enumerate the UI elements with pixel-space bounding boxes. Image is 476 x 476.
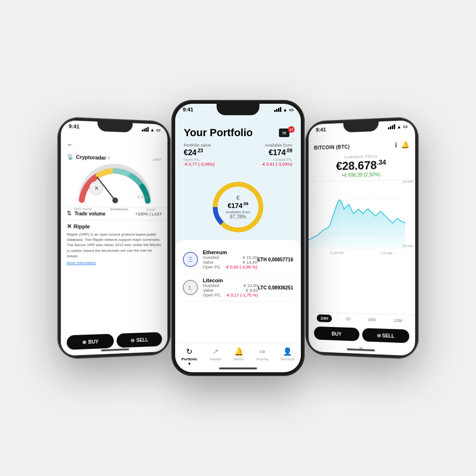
eth-name: Ethereum <box>203 249 257 255</box>
nav-market[interactable]: ↗ Market <box>209 347 221 361</box>
eth-pl-row: Open P/L -€ 0,60 (-3,98 %) <box>203 265 257 269</box>
btc-bell-icon[interactable]: 🔔 <box>401 140 409 149</box>
center-screen-bg: 9:41 ▲ ▭ Your Portfolio 17 <box>175 104 301 372</box>
center-phone: 9:41 ▲ ▭ Your Portfolio 17 <box>171 100 305 376</box>
right-status-icons: ▲ ▭ <box>388 123 407 129</box>
left-buy-label: BUY <box>88 339 98 345</box>
left-wifi-icon: ▲ <box>150 127 155 132</box>
donut-label: Available Euro <box>226 210 250 214</box>
eth-value-row: Value € 14,40 <box>203 260 257 265</box>
svg-text:5.550: 5.550 <box>138 195 148 199</box>
center-time: 9:41 <box>183 107 193 112</box>
right-wifi-icon: ▲ <box>397 124 401 129</box>
good-mood-label: Good <box>146 208 155 212</box>
closed-pl-label: Closed P/L <box>274 158 292 162</box>
market-icon: ↗ <box>212 347 218 356</box>
buy-plus-icon: ⊕ <box>82 339 86 345</box>
right-phone: 9:41 ▲ ▭ BITCOIN (BTC) ℹ 🔔 <box>306 117 419 360</box>
portfolio-value-item: Portfolio value €24.23 Open P/L -€ 0,77 … <box>184 143 215 167</box>
available-euro-main: €174.09 <box>261 148 292 157</box>
center-signal <box>274 107 281 112</box>
center-battery-icon: ▭ <box>289 107 293 112</box>
left-buy-button[interactable]: ⊕ BUY <box>67 334 114 350</box>
ltc-icon: Ł <box>183 280 198 295</box>
center-wifi-icon: ▲ <box>283 107 288 112</box>
chart-x-labels: 11:00 PM 7:20 AM <box>308 251 415 255</box>
chart-y-top: 29.000 <box>403 180 413 184</box>
donut-percentage: 87,78% <box>226 214 250 219</box>
right-header-icons: ℹ 🔔 <box>395 140 409 149</box>
btc-info-icon[interactable]: ℹ <box>395 141 397 149</box>
gauge-labels: Bad mood Sentiment Good <box>72 207 157 212</box>
trade-volume-icon: ⇅ <box>67 210 71 217</box>
eth-amount: ETH 0,00857716 <box>257 257 293 262</box>
left-time: 9:41 <box>69 123 79 129</box>
ltc-value-row: Value € 9,83 <box>203 288 258 293</box>
left-screen-content: 9:41 ▲ ▭ ← 📡 <box>61 120 168 356</box>
current-price-section: CURRENT PRICE €28.678.34 +€ 698,39 (2,50… <box>308 151 415 182</box>
donut-center-text: € €174.09 Available Euro 87,78% <box>226 195 250 219</box>
left-phone-notch <box>98 121 133 132</box>
eth-invested-row: Invested € 15,00 <box>203 255 257 260</box>
open-pl-label: Open P/L <box>184 158 200 162</box>
cryptoradar-last: LAST <box>153 157 162 161</box>
more-info-link[interactable]: More Information <box>67 260 162 265</box>
notification-badge[interactable]: 17 <box>279 129 292 139</box>
donut-value: €174.09 <box>226 202 250 210</box>
cryptoradar-info-icon[interactable]: ℹ <box>108 156 109 160</box>
closed-pl-value: Closed P/L -€ 0,91 (-3,03%) <box>261 157 292 167</box>
chart-x-right: 7:20 AM <box>380 251 393 255</box>
right-sell-button[interactable]: ⊖ SELL <box>362 328 409 343</box>
right-sell-minus-icon: ⊖ <box>377 333 381 338</box>
center-phone-screen: 9:41 ▲ ▭ Your Portfolio 17 <box>175 104 301 372</box>
eth-ticker: ETH 0,00857716 <box>257 257 293 262</box>
svg-text:✕: ✕ <box>94 185 99 191</box>
btc-title: BITCOIN (BTC) <box>314 144 350 150</box>
ltc-name: Litecoin <box>203 278 258 283</box>
tab-12m[interactable]: 12M <box>390 317 406 325</box>
open-pl-value: Open P/L -€ 0,77 (-3,08%) <box>184 157 215 167</box>
ripple-xrp-icon: ✕ <box>67 223 71 229</box>
portfolio-icon: ↻ <box>186 347 192 356</box>
nav-activity[interactable]: ⇒ Activity <box>256 347 268 361</box>
trade-volume-value: +100% | LAST <box>135 211 162 216</box>
left-battery-icon: ▭ <box>156 127 160 132</box>
ltc-invested-row: Invested € 10,00 <box>203 283 258 288</box>
left-phone: 9:41 ▲ ▭ ← 📡 <box>58 117 171 360</box>
left-buy-sell-bar: ⊕ BUY ⊖ SELL <box>61 328 168 356</box>
alerts-icon: 🔔 <box>234 347 244 356</box>
left-sell-button[interactable]: ⊖ SELL <box>117 332 162 348</box>
tab-7d[interactable]: 7D <box>342 315 355 323</box>
available-euro-label: Available Euro <box>261 143 292 148</box>
account-icon: 👤 <box>283 347 292 356</box>
holdings-list: Ξ Ethereum Invested € 15,00 Value € 14,4… <box>175 240 301 343</box>
right-buy-button[interactable]: BUY <box>314 327 359 341</box>
portfolio-active-dot <box>188 363 190 365</box>
sentiment-gauge: ✕ 5.550 Bad mood Sentiment Good <box>72 161 157 206</box>
tab-30d[interactable]: 30D <box>364 316 379 324</box>
donut-container: € €174.09 Available Euro 87,78% <box>175 172 301 240</box>
ltc-amount: LTC 0,08936251 <box>258 285 293 290</box>
chart-x-left: 11:00 PM <box>330 251 344 255</box>
left-header: ← <box>61 130 168 155</box>
nav-portfolio[interactable]: ↻ Portfolio <box>181 347 197 365</box>
portfolio-value-main: €24.23 <box>184 148 215 157</box>
sentiment-center-label: Sentiment <box>110 207 128 211</box>
holding-item-eth[interactable]: Ξ Ethereum Invested € 15,00 Value € 14,4… <box>183 246 293 274</box>
holding-item-ltc[interactable]: Ł Litecoin Invested € 10,00 Value € 9,83 <box>183 274 293 302</box>
left-phone-screen: 9:41 ▲ ▭ ← 📡 <box>61 120 168 356</box>
right-buy-label: BUY <box>332 331 342 337</box>
activity-icon: ⇒ <box>259 347 265 356</box>
available-euro-item: Available Euro €174.09 Closed P/L -€ 0,9… <box>261 143 292 167</box>
nav-account[interactable]: 👤 Account <box>281 347 295 361</box>
cryptoradar-title: Cryptoradar <box>76 154 106 160</box>
right-screen-content: 9:41 ▲ ▭ BITCOIN (BTC) ℹ 🔔 <box>308 120 415 356</box>
chart-y-bottom: 28.000 <box>403 244 413 248</box>
back-arrow[interactable]: ← <box>67 140 73 149</box>
right-phone-screen: 9:41 ▲ ▭ BITCOIN (BTC) ℹ 🔔 <box>308 120 415 356</box>
tab-24h[interactable]: 24H <box>317 314 332 322</box>
right-signal <box>388 124 395 129</box>
alerts-nav-label: Alerts <box>234 357 243 361</box>
nav-alerts[interactable]: 🔔 Alerts <box>234 347 243 361</box>
left-sell-label: SELL <box>136 337 148 343</box>
